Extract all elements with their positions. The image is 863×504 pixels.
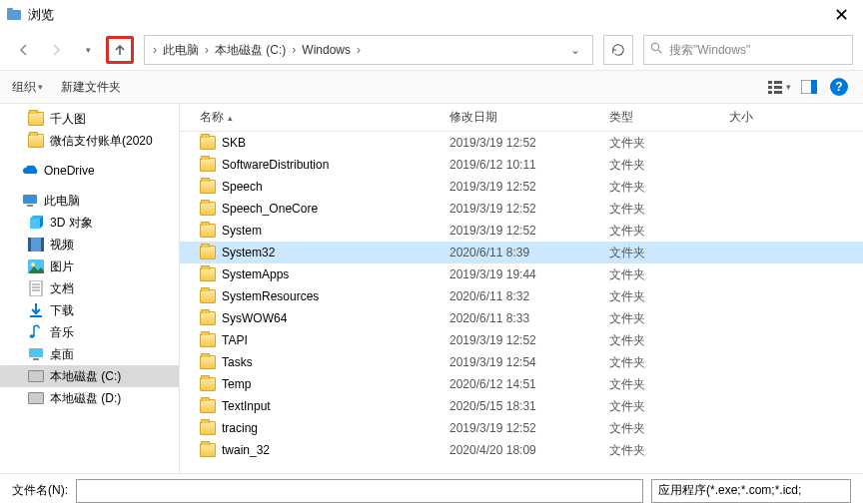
svg-rect-14: [30, 219, 40, 229]
svg-rect-17: [41, 238, 44, 252]
svg-point-25: [30, 334, 35, 338]
table-row[interactable]: System2019/3/19 12:52文件夹: [180, 220, 863, 242]
table-row[interactable]: tracing2019/3/19 12:52文件夹: [180, 417, 863, 439]
svg-rect-12: [23, 195, 37, 204]
table-row[interactable]: SoftwareDistribution2019/6/12 10:11文件夹: [180, 154, 863, 176]
sidebar: 千人图 微信支付账单(2020 OneDrive 此电脑 3D 对象视频图片文档…: [0, 104, 180, 473]
folder-icon: [200, 224, 216, 238]
music-icon: [28, 324, 44, 340]
desktop-icon: [28, 346, 44, 362]
table-row[interactable]: Speech2019/3/19 12:52文件夹: [180, 176, 863, 198]
folder-icon: [200, 377, 216, 391]
table-row[interactable]: Temp2020/6/12 14:51文件夹: [180, 373, 863, 395]
svg-rect-6: [768, 91, 772, 94]
app-icon: [6, 7, 22, 23]
chevron-right-icon: ›: [355, 43, 363, 57]
breadcrumb-seg[interactable]: 本地磁盘 (C:): [211, 42, 290, 59]
sidebar-item-desktop[interactable]: 桌面: [0, 343, 179, 365]
folder-icon: [200, 333, 216, 347]
breadcrumb-dropdown[interactable]: ⌄: [564, 43, 586, 57]
refresh-button[interactable]: [603, 35, 633, 65]
sidebar-item-music[interactable]: 音乐: [0, 321, 179, 343]
folder-icon: [200, 443, 216, 457]
table-row[interactable]: SystemApps2019/3/19 19:44文件夹: [180, 263, 863, 285]
video-icon: [28, 237, 44, 252]
folder-icon: [28, 111, 44, 127]
column-headers[interactable]: 名称▴ 修改日期 类型 大小: [180, 104, 863, 132]
folder-icon: [200, 421, 216, 435]
disk-icon: [28, 390, 44, 406]
sidebar-item-disk[interactable]: 本地磁盘 (C:): [0, 365, 179, 387]
chevron-right-icon: ›: [203, 43, 211, 57]
view-options-button[interactable]: ▾: [767, 75, 791, 99]
svg-rect-13: [27, 205, 33, 207]
svg-rect-16: [28, 238, 31, 252]
table-row[interactable]: SysWOW642020/6/11 8:33文件夹: [180, 307, 863, 329]
sidebar-item-disk[interactable]: 本地磁盘 (D:): [0, 387, 179, 409]
table-row[interactable]: Speech_OneCore2019/3/19 12:52文件夹: [180, 198, 863, 220]
table-row[interactable]: twain_322020/4/20 18:09文件夹: [180, 439, 863, 461]
search-placeholder: 搜索"Windows": [669, 42, 750, 59]
table-row[interactable]: System322020/6/11 8:39文件夹: [180, 242, 863, 263]
svg-rect-20: [30, 280, 42, 296]
close-button[interactable]: ✕: [826, 4, 857, 26]
filename-input[interactable]: [76, 479, 643, 503]
folder-icon: [200, 246, 216, 259]
back-button[interactable]: [10, 36, 38, 64]
folder-icon: [200, 355, 216, 369]
svg-rect-9: [774, 91, 782, 94]
download-icon: [28, 302, 44, 318]
svg-rect-26: [29, 348, 43, 357]
folder-icon: [28, 133, 44, 149]
svg-rect-7: [774, 81, 782, 84]
help-button[interactable]: ?: [827, 75, 851, 99]
svg-rect-4: [768, 81, 772, 84]
svg-rect-0: [7, 10, 21, 20]
sidebar-item-download[interactable]: 下载: [0, 299, 179, 321]
help-icon: ?: [830, 78, 848, 96]
svg-point-2: [651, 43, 658, 50]
filename-label: 文件名(N):: [12, 482, 68, 499]
pictures-icon: [28, 258, 44, 274]
table-row[interactable]: TAPI2019/3/19 12:52文件夹: [180, 329, 863, 351]
up-button[interactable]: [106, 36, 134, 64]
folder-icon: [200, 311, 216, 325]
table-row[interactable]: TextInput2020/5/15 18:31文件夹: [180, 395, 863, 417]
breadcrumb-seg[interactable]: 此电脑: [159, 42, 203, 59]
svg-rect-11: [811, 80, 817, 94]
window-title: 浏览: [28, 6, 826, 24]
search-icon: [650, 42, 663, 58]
sidebar-item-docs[interactable]: 文档: [0, 277, 179, 299]
new-folder-button[interactable]: 新建文件夹: [61, 79, 121, 96]
3d-icon: [28, 215, 44, 231]
chevron-right-icon: ›: [151, 43, 159, 57]
folder-icon: [200, 158, 216, 172]
file-type-combo[interactable]: 应用程序(*.exe;*.com;*.icd;: [651, 479, 851, 503]
breadcrumb-seg[interactable]: Windows: [298, 43, 355, 57]
chevron-down-icon: ▾: [786, 82, 791, 92]
sidebar-item-quick[interactable]: 微信支付账单(2020: [0, 130, 179, 152]
sidebar-item-onedrive[interactable]: OneDrive: [0, 160, 179, 182]
table-row[interactable]: Tasks2019/3/19 12:54文件夹: [180, 351, 863, 373]
sidebar-item-pictures[interactable]: 图片: [0, 255, 179, 277]
table-row[interactable]: SKB2019/3/19 12:52文件夹: [180, 132, 863, 154]
table-row[interactable]: SystemResources2020/6/11 8:32文件夹: [180, 285, 863, 307]
folder-icon: [200, 399, 216, 413]
organize-button[interactable]: 组织 ▾: [12, 79, 43, 96]
docs-icon: [28, 280, 44, 296]
breadcrumb[interactable]: › 此电脑 › 本地磁盘 (C:) › Windows › ⌄: [144, 35, 593, 65]
preview-pane-button[interactable]: [797, 75, 821, 99]
folder-icon: [200, 267, 216, 281]
search-input[interactable]: 搜索"Windows": [643, 35, 853, 65]
forward-button[interactable]: [42, 36, 70, 64]
sidebar-item-3d[interactable]: 3D 对象: [0, 212, 179, 234]
svg-point-19: [31, 262, 35, 266]
sidebar-item-video[interactable]: 视频: [0, 234, 179, 255]
folder-icon: [200, 180, 216, 194]
sidebar-item-quick[interactable]: 千人图: [0, 108, 179, 130]
svg-line-3: [658, 50, 661, 53]
sidebar-item-thispc[interactable]: 此电脑: [0, 190, 179, 212]
svg-rect-27: [33, 358, 39, 360]
recent-dropdown[interactable]: ▾: [74, 36, 102, 64]
file-list: SKB2019/3/19 12:52文件夹SoftwareDistributio…: [180, 132, 863, 473]
